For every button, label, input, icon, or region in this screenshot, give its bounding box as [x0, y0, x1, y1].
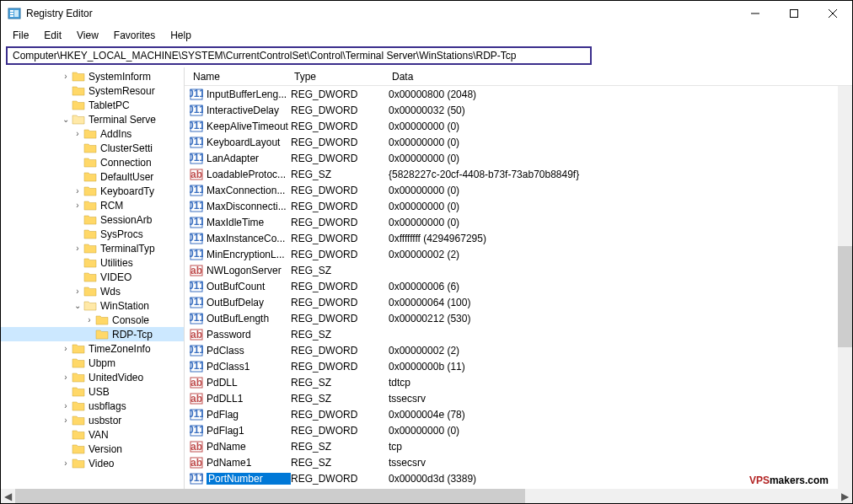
column-name[interactable]: Name — [190, 69, 291, 84]
value-row[interactable]: 011InteractiveDelayREG_DWORD0x00000032 (… — [185, 102, 852, 118]
column-type[interactable]: Type — [291, 69, 389, 84]
tree-item-label: VAN — [89, 429, 109, 441]
value-row[interactable]: 011MaxConnection...REG_DWORD0x00000000 (… — [185, 182, 852, 198]
tree-pane[interactable]: ›SystemInformSystemResourTabletPC⌄Termin… — [1, 67, 185, 490]
menu-edit[interactable]: Edit — [37, 28, 68, 43]
value-row[interactable]: 011PdFlagREG_DWORD0x0000004e (78) — [185, 406, 852, 422]
chevron-right-icon[interactable]: › — [60, 401, 72, 410]
folder-icon — [83, 243, 97, 255]
chevron-right-icon[interactable]: › — [72, 201, 83, 210]
svg-text:011: 011 — [190, 424, 203, 436]
horizontal-scrollbar[interactable]: ◀ ▶ — [1, 489, 852, 503]
tree-item-label: Video — [89, 458, 114, 469]
tree-item[interactable]: DefaultUser — [1, 169, 184, 184]
tree-item[interactable]: ›Video — [1, 456, 184, 470]
tree-item[interactable]: ›usbflags — [1, 399, 184, 413]
chevron-right-icon[interactable]: › — [60, 373, 72, 382]
folder-icon — [72, 443, 85, 455]
tree-item[interactable]: VAN — [1, 427, 184, 442]
tree-item[interactable]: ⌄Terminal Serve — [1, 112, 184, 126]
value-row[interactable]: abPdNameREG_SZtcp — [185, 438, 852, 454]
tree-item[interactable]: ›TerminalTyp — [1, 241, 184, 255]
value-row[interactable]: abPdName1REG_SZtssecsrv — [185, 454, 852, 470]
value-row[interactable]: 011MaxDisconnecti...REG_DWORD0x00000000 … — [185, 198, 852, 214]
tree-item[interactable]: ›AddIns — [1, 126, 184, 141]
tree-item[interactable]: VIDEO — [1, 270, 184, 284]
value-row[interactable]: 011OutBufLengthREG_DWORD0x00000212 (530) — [185, 310, 852, 326]
folder-icon — [72, 415, 85, 426]
value-row[interactable]: abPdDLLREG_SZtdtcp — [185, 374, 852, 390]
value-row[interactable]: 011PdFlag1REG_DWORD0x00000000 (0) — [185, 422, 852, 438]
tree-item[interactable]: ›RCM — [1, 198, 184, 212]
tree-item[interactable]: ›usbstor — [1, 413, 184, 427]
address-bar[interactable]: Computer\HKEY_LOCAL_MACHINE\SYSTEM\Curre… — [6, 46, 592, 65]
scroll-thumb[interactable] — [838, 246, 852, 347]
value-name: InputBufferLeng... — [207, 88, 291, 100]
value-row[interactable]: 011MaxIdleTimeREG_DWORD0x00000000 (0) — [185, 214, 852, 230]
scroll-right-icon[interactable]: ▶ — [838, 489, 852, 503]
tree-item[interactable]: ›KeyboardTy — [1, 184, 184, 198]
tree-item[interactable]: RDP-Tcp — [1, 327, 184, 341]
value-type: REG_SZ — [291, 169, 389, 180]
value-row[interactable]: abLoadableProtoc...REG_SZ{5828227c-20cf-… — [185, 166, 852, 182]
value-row[interactable]: 011OutBufDelayREG_DWORD0x00000064 (100) — [185, 294, 852, 310]
vertical-scrollbar[interactable] — [838, 86, 852, 490]
values-pane[interactable]: Name Type Data 011InputBufferLeng...REG_… — [185, 67, 852, 490]
chevron-down-icon[interactable]: ⌄ — [60, 115, 72, 124]
scroll-left-icon[interactable]: ◀ — [1, 489, 15, 503]
value-row[interactable]: 011MinEncryptionL...REG_DWORD0x00000002 … — [185, 246, 852, 262]
tree-item[interactable]: Ubpm — [1, 356, 184, 370]
value-row[interactable]: 011KeyboardLayoutREG_DWORD0x00000000 (0) — [185, 134, 852, 150]
chevron-right-icon[interactable]: › — [72, 186, 83, 196]
scroll-thumb[interactable] — [15, 489, 525, 503]
menu-file[interactable]: File — [6, 28, 35, 43]
tree-item[interactable]: ›TimeZoneInfo — [1, 341, 184, 356]
chevron-right-icon[interactable]: › — [60, 72, 72, 81]
chevron-right-icon[interactable]: › — [60, 458, 72, 468]
menu-view[interactable]: View — [70, 28, 105, 43]
tree-item[interactable]: ›Console — [1, 313, 184, 327]
chevron-right-icon[interactable]: › — [60, 416, 72, 425]
value-row[interactable]: 011PdClass1REG_DWORD0x0000000b (11) — [185, 358, 852, 374]
menu-help[interactable]: Help — [164, 28, 198, 43]
svg-text:011: 011 — [190, 152, 203, 164]
tree-item[interactable]: ›SystemInform — [1, 69, 184, 83]
maximize-button[interactable] — [775, 1, 813, 26]
minimize-button[interactable] — [736, 1, 775, 26]
chevron-right-icon[interactable]: › — [83, 315, 95, 324]
value-row[interactable]: 011LanAdapterREG_DWORD0x00000000 (0) — [185, 150, 852, 166]
chevron-right-icon[interactable]: › — [72, 287, 83, 296]
chevron-right-icon[interactable]: › — [72, 129, 83, 138]
tree-item-label: TimeZoneInfo — [89, 343, 151, 355]
tree-item[interactable]: USB — [1, 384, 184, 399]
tree-item[interactable]: SessionArb — [1, 212, 184, 227]
tree-item[interactable]: ClusterSetti — [1, 141, 184, 155]
tree-item[interactable]: ⌄WinStation — [1, 298, 184, 313]
chevron-down-icon[interactable]: ⌄ — [72, 301, 83, 310]
close-button[interactable] — [813, 1, 852, 26]
tree-item[interactable]: SystemResour — [1, 83, 184, 98]
value-row[interactable]: 011OutBufCountREG_DWORD0x00000006 (6) — [185, 278, 852, 294]
value-row[interactable]: abNWLogonServerREG_SZ — [185, 262, 852, 278]
svg-text:ab: ab — [190, 393, 202, 405]
value-type: REG_DWORD — [291, 233, 389, 244]
tree-item[interactable]: SysProcs — [1, 227, 184, 241]
tree-item[interactable]: Version — [1, 442, 184, 456]
chevron-right-icon[interactable]: › — [72, 244, 83, 253]
tree-item[interactable]: Utilities — [1, 255, 184, 270]
tree-item[interactable]: ›UnitedVideo — [1, 370, 184, 384]
value-row[interactable]: abPasswordREG_SZ — [185, 326, 852, 342]
value-name: LoadableProtoc... — [207, 169, 291, 180]
menu-favorites[interactable]: Favorites — [107, 28, 162, 43]
tree-item[interactable]: ›Wds — [1, 284, 184, 298]
value-row[interactable]: abPdDLL1REG_SZtssecsrv — [185, 390, 852, 406]
chevron-right-icon[interactable]: › — [60, 344, 72, 353]
value-row[interactable]: 011InputBufferLeng...REG_DWORD0x00000800… — [185, 86, 852, 102]
value-row[interactable]: 011PdClassREG_DWORD0x00000002 (2) — [185, 342, 852, 358]
column-data[interactable]: Data — [389, 69, 852, 84]
value-row[interactable]: 011MaxInstanceCo...REG_DWORD0xffffffff (… — [185, 230, 852, 246]
value-name: OutBufLength — [207, 313, 291, 324]
tree-item[interactable]: Connection — [1, 155, 184, 169]
value-row[interactable]: 011KeepAliveTimeoutREG_DWORD0x00000000 (… — [185, 118, 852, 134]
tree-item[interactable]: TabletPC — [1, 98, 184, 112]
